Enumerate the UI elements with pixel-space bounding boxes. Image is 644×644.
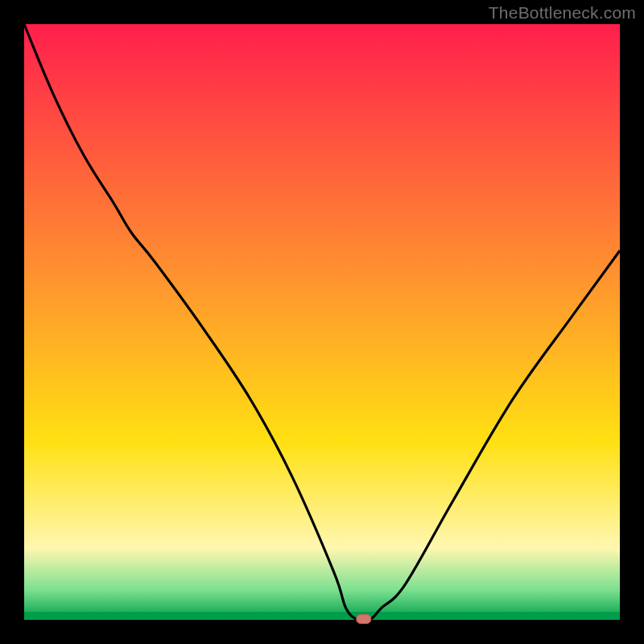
optimal-band bbox=[24, 612, 620, 620]
optimal-marker bbox=[357, 615, 371, 624]
chart-frame: TheBottleneck.com bbox=[0, 0, 644, 644]
bottleneck-chart bbox=[0, 0, 644, 644]
watermark-text: TheBottleneck.com bbox=[489, 3, 636, 23]
plot-area bbox=[24, 24, 620, 620]
